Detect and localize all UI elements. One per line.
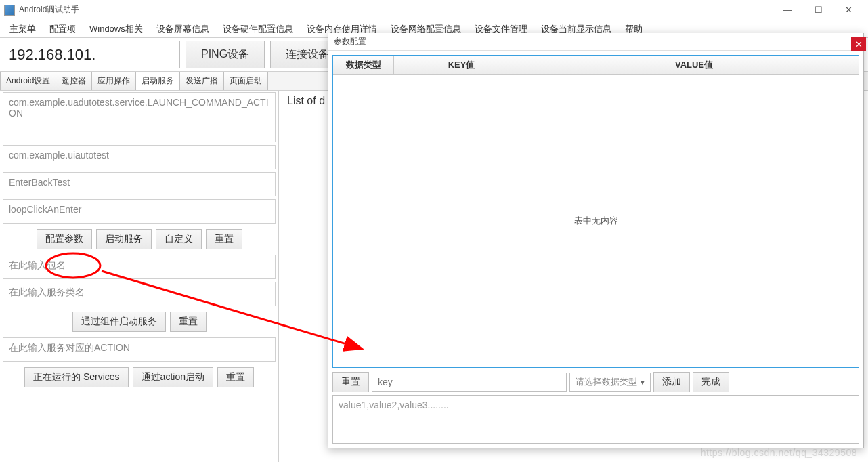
dialog-title: 参数配置: [328, 33, 863, 51]
params-dialog: 参数配置 ✕ 数据类型 KEY值 VALUE值 表中无内容 重置 请选择数据类型…: [328, 33, 864, 448]
test-box-2: loopClickAnEnter: [3, 199, 276, 224]
app-icon: [4, 5, 15, 16]
col-key[interactable]: KEY值: [394, 56, 529, 74]
ping-button[interactable]: PING设备: [186, 41, 265, 68]
start-by-action-button[interactable]: 通过action启动: [133, 367, 213, 387]
dialog-reset-button[interactable]: 重置: [332, 372, 369, 392]
button-row-3: 正在运行的 Services 通过action启动 重置: [0, 363, 278, 392]
col-data-type[interactable]: 数据类型: [333, 56, 394, 74]
action-input[interactable]: 在此输入服务对应的ACTION: [3, 338, 275, 361]
dialog-body: 数据类型 KEY值 VALUE值 表中无内容 重置 请选择数据类型 ▼ 添加 完…: [328, 51, 863, 448]
start-by-component-button[interactable]: 通过组件启动服务: [72, 312, 166, 332]
tab-remote[interactable]: 遥控器: [56, 72, 92, 90]
action-text[interactable]: com.example.uadutotest.service.LAUNCH_CO…: [3, 93, 275, 142]
combo-placeholder: 请选择数据类型: [576, 376, 637, 388]
tab-android-settings[interactable]: Android设置: [0, 72, 56, 90]
tab-page-launch[interactable]: 页面启动: [223, 72, 268, 90]
add-button[interactable]: 添加: [653, 372, 690, 392]
titlebar: Android调试助手 — ☐ ✕: [0, 0, 868, 20]
custom-button[interactable]: 自定义: [156, 229, 202, 249]
dialog-action-row: 重置 请选择数据类型 ▼ 添加 完成: [332, 368, 859, 395]
menu-hardware-info[interactable]: 设备硬件配置信息: [216, 21, 300, 37]
menu-main[interactable]: 主菜单: [3, 21, 43, 37]
chevron-down-icon: ▼: [639, 379, 646, 386]
package-text[interactable]: com.example.uiautotest: [3, 146, 275, 169]
test-text-2[interactable]: loopClickAnEnter: [3, 200, 275, 223]
button-row-2: 通过组件启动服务 重置: [0, 308, 278, 336]
window-controls: — ☐ ✕: [773, 0, 864, 20]
action-input-box: 在此输入服务对应的ACTION: [3, 337, 276, 362]
grid-header: 数据类型 KEY值 VALUE值: [333, 56, 859, 75]
test-box-1: EnterBackTest: [3, 172, 276, 196]
col-value[interactable]: VALUE值: [529, 56, 859, 74]
menu-config[interactable]: 配置项: [43, 21, 83, 37]
grid-empty-text: 表中无内容: [333, 75, 859, 367]
ip-input[interactable]: [3, 41, 180, 68]
reset-button-3[interactable]: 重置: [217, 367, 254, 387]
tab-start-service[interactable]: 启动服务: [135, 72, 180, 90]
dialog-close-button[interactable]: ✕: [851, 37, 866, 51]
params-grid: 数据类型 KEY值 VALUE值 表中无内容: [332, 55, 859, 368]
left-pane: com.example.uadutotest.service.LAUNCH_CO…: [0, 91, 279, 462]
running-services-button[interactable]: 正在运行的 Services: [24, 367, 129, 387]
test-text-1[interactable]: EnterBackTest: [3, 173, 275, 196]
maximize-button[interactable]: ☐: [803, 0, 833, 20]
pkg-input[interactable]: 在此输入包名: [3, 255, 275, 278]
menu-windows[interactable]: Windows相关: [83, 21, 150, 37]
window-title: Android调试助手: [19, 4, 79, 16]
button-row-1: 配置参数 启动服务 自定义 重置: [0, 225, 278, 253]
pkg-input-box: 在此输入包名: [3, 255, 276, 279]
done-button[interactable]: 完成: [693, 372, 729, 392]
package-box: com.example.uiautotest: [3, 145, 276, 169]
action-box: com.example.uadutotest.service.LAUNCH_CO…: [3, 92, 276, 142]
close-button[interactable]: ✕: [833, 0, 864, 20]
value-textarea[interactable]: value1,value2,value3........: [332, 395, 859, 444]
svc-input[interactable]: 在此输入服务类名: [3, 282, 275, 306]
tab-send-broadcast[interactable]: 发送广播: [179, 72, 224, 90]
config-params-button[interactable]: 配置参数: [37, 229, 92, 249]
svc-input-box: 在此输入服务类名: [3, 282, 276, 306]
reset-button-1[interactable]: 重置: [206, 229, 242, 249]
data-type-combo[interactable]: 请选择数据类型 ▼: [569, 373, 651, 392]
key-input[interactable]: [372, 373, 567, 392]
menu-screen-info[interactable]: 设备屏幕信息: [150, 21, 216, 37]
start-service-button[interactable]: 启动服务: [96, 229, 152, 249]
reset-button-2[interactable]: 重置: [170, 312, 207, 332]
tab-app-ops[interactable]: 应用操作: [91, 72, 136, 90]
minimize-button[interactable]: —: [773, 0, 803, 20]
